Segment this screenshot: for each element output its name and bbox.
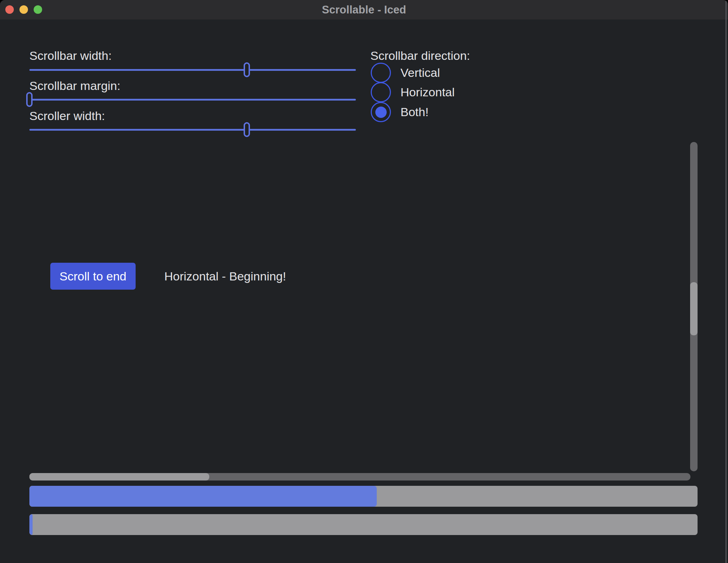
radio-horizontal-label[interactable]: Horizontal: [400, 82, 455, 102]
horizontal-scrollbar-thumb[interactable]: [29, 473, 209, 480]
scrollbar-direction-label: Scrollbar direction:: [370, 49, 470, 63]
vertical-progress-bar: [29, 514, 698, 535]
horizontal-progress-fill: [29, 486, 377, 507]
scrollbar-width-slider-handle[interactable]: [244, 62, 250, 77]
radio-vertical-label[interactable]: Vertical: [400, 63, 440, 83]
scroll-status-text: Horizontal - Beginning!: [164, 263, 286, 290]
scrollbar-margin-slider-handle[interactable]: [26, 92, 33, 107]
scrollbar-margin-slider[interactable]: [29, 99, 356, 101]
window-title: Scrollable - Iced: [0, 0, 728, 19]
scroll-to-end-button-label: Scroll to end: [59, 269, 126, 283]
scroller-width-label: Scroller width:: [29, 109, 105, 123]
radio-horizontal[interactable]: [371, 82, 391, 102]
scrollbar-margin-label: Scrollbar margin:: [29, 79, 120, 93]
titlebar: Scrollable - Iced: [0, 0, 728, 19]
app-window: Scrollable - Iced Scrollbar width: Scrol…: [0, 0, 728, 563]
radio-vertical[interactable]: [371, 63, 391, 83]
scroller-width-slider-handle[interactable]: [244, 122, 250, 137]
vertical-scrollbar[interactable]: [690, 142, 698, 471]
vertical-scrollbar-thumb[interactable]: [690, 282, 698, 335]
scroller-width-slider[interactable]: [29, 129, 356, 131]
horizontal-progress-bar: [29, 486, 698, 507]
horizontal-scrollbar[interactable]: [29, 473, 690, 480]
vertical-progress-fill: [29, 514, 33, 535]
scrollbar-width-slider[interactable]: [29, 69, 356, 71]
window-right-edge: [726, 0, 727, 563]
radio-both[interactable]: [371, 102, 391, 122]
scroll-to-end-button[interactable]: Scroll to end: [50, 263, 136, 290]
radio-both-label[interactable]: Both!: [400, 102, 428, 122]
scrollbar-width-label: Scrollbar width:: [29, 49, 112, 63]
radio-both-dot: [375, 107, 387, 118]
